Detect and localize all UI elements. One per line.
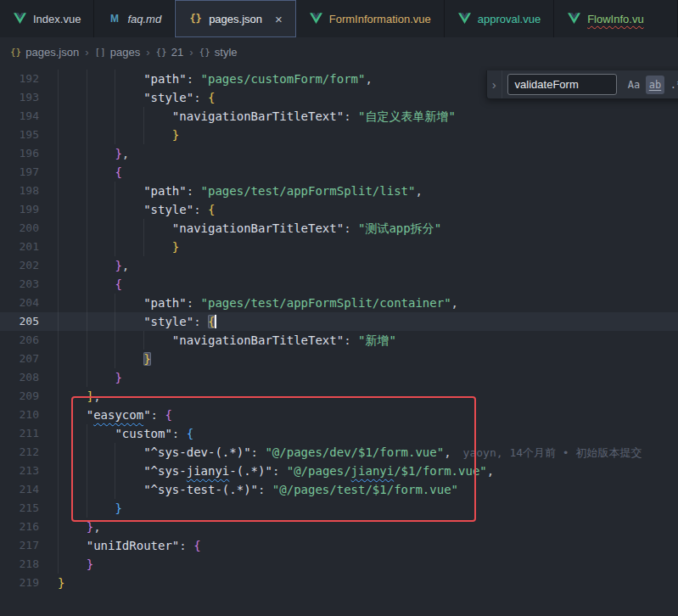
- code-line-213[interactable]: 213"^sys-jianyi-(.*)": "@/pages/jianyi/$…: [0, 462, 678, 480]
- code-line-203[interactable]: 203{: [0, 275, 678, 294]
- code-token: ,: [122, 259, 129, 272]
- code-token: {: [115, 165, 121, 179]
- code-token: :: [344, 221, 358, 235]
- code-token: }: [172, 128, 179, 142]
- code-line-195[interactable]: 195}: [0, 126, 678, 144]
- code-line-196[interactable]: 196},: [0, 144, 678, 163]
- indent-guides: [58, 163, 115, 182]
- line-content: "navigationBarTitleText": "测试app拆分": [58, 219, 441, 238]
- line-number: 213: [0, 462, 39, 480]
- code-token: :: [251, 445, 266, 459]
- code-line-210[interactable]: 210"easycom": {: [0, 406, 678, 424]
- symbol-icon: {}: [10, 47, 21, 58]
- indent-guides: [58, 555, 87, 574]
- code-token: -(.*)": [229, 464, 272, 478]
- indent-guides: [58, 518, 87, 536]
- code-token: }: [115, 259, 121, 272]
- code-token: "path": [143, 184, 187, 198]
- indent-guides: [58, 238, 172, 256]
- code-line-207[interactable]: 207}: [0, 350, 678, 368]
- code-line-208[interactable]: 208}: [0, 368, 678, 387]
- code-token: ,: [365, 72, 372, 86]
- code-line-194[interactable]: 194"navigationBarTitleText": "自定义表单新增": [0, 107, 678, 126]
- find-toggle-replace-chevron-icon[interactable]: ›: [487, 70, 502, 98]
- code-line-206[interactable]: 206"navigationBarTitleText": "新增": [0, 331, 678, 350]
- line-content: }: [58, 350, 151, 368]
- code-line-198[interactable]: 198"path": "pages/test/appFormSplit/list…: [0, 182, 678, 200]
- vue-icon: [457, 12, 472, 25]
- tab-label: approval.vue: [478, 13, 541, 25]
- code-line-211[interactable]: 211"custom": {: [0, 424, 678, 443]
- code-token: :: [344, 109, 358, 123]
- line-number: 218: [0, 555, 39, 574]
- indent-guides: [58, 144, 115, 163]
- tab-faq-md[interactable]: Mfaq.md: [94, 0, 175, 37]
- tab-flowinfo-vu[interactable]: FlowInfo.vu: [554, 0, 678, 37]
- code-line-199[interactable]: 199"style": {: [0, 200, 678, 219]
- line-content: "^sys-test-(.*)": "@/pages/test/$1/form.…: [58, 480, 458, 499]
- breadcrumb-label: pages: [110, 46, 140, 59]
- code-token: {: [208, 203, 215, 216]
- indent-guides: [58, 219, 172, 238]
- breadcrumb-item-pages[interactable]: []pages: [94, 46, 140, 59]
- code-line-215[interactable]: 215}: [0, 499, 678, 518]
- tab-pages-json[interactable]: {}pages.json×: [175, 0, 296, 37]
- line-number: 202: [0, 256, 39, 275]
- code-token: "navigationBarTitleText": [172, 333, 344, 347]
- whole-word-button[interactable]: ab: [646, 76, 664, 94]
- code-editor[interactable]: 192"path": "pages/customForm/form",193"s…: [0, 66, 678, 616]
- line-content: }: [58, 555, 93, 574]
- close-tab-icon[interactable]: ×: [275, 13, 283, 25]
- breadcrumb-item-21[interactable]: {}21: [156, 46, 184, 59]
- indent-guides: [58, 424, 115, 443]
- breadcrumb-item-style[interactable]: {}style: [199, 46, 238, 59]
- indent-guides: [58, 443, 143, 462]
- code-token: }: [172, 240, 179, 254]
- indent-guides: [58, 536, 87, 555]
- breadcrumb-item-pages-json[interactable]: {}pages.json: [10, 46, 79, 59]
- code-line-214[interactable]: 214"^sys-test-(.*)": "@/pages/test/$1/fo…: [0, 480, 678, 499]
- code-line-212[interactable]: 212"^sys-dev-(.*)": "@/pages/dev/$1/form…: [0, 443, 678, 462]
- line-number: 217: [0, 536, 39, 555]
- match-case-button[interactable]: Aa: [625, 76, 643, 94]
- code-line-216[interactable]: 216},: [0, 518, 678, 536]
- code-line-219[interactable]: 219}: [0, 574, 678, 592]
- tab-forminformation-vue[interactable]: FormInformation.vue: [296, 0, 445, 37]
- line-content: ],: [58, 387, 101, 406]
- code-token: "pages/customForm/form": [201, 72, 366, 86]
- line-content: "style": {: [58, 88, 215, 107]
- line-content: "easycom": {: [58, 406, 172, 424]
- vue-icon: [13, 12, 27, 25]
- code-token: :: [344, 333, 358, 347]
- code-token: ]: [87, 389, 93, 403]
- code-token: ,: [93, 520, 100, 534]
- find-input[interactable]: validateForm: [507, 74, 617, 95]
- line-content: "uniIdRouter": {: [58, 536, 201, 555]
- code-line-209[interactable]: 209],: [0, 387, 678, 406]
- code-line-201[interactable]: 201}: [0, 238, 678, 256]
- code-token: ,: [487, 464, 494, 478]
- code-token: :: [179, 539, 193, 552]
- line-number: 194: [0, 107, 39, 126]
- line-number: 219: [0, 574, 39, 592]
- code-line-197[interactable]: 197{: [0, 163, 678, 182]
- regex-button[interactable]: .*: [667, 76, 678, 94]
- code-line-217[interactable]: 217"uniIdRouter": {: [0, 536, 678, 555]
- code-line-205[interactable]: 205"style": {: [0, 312, 678, 331]
- code-line-202[interactable]: 202},: [0, 256, 678, 275]
- tab-approval-vue[interactable]: approval.vue: [445, 0, 554, 37]
- code-line-218[interactable]: 218}: [0, 555, 678, 574]
- tab-index-vue[interactable]: Index.vue: [0, 0, 94, 37]
- line-content: }: [58, 368, 122, 387]
- code-token: :: [172, 427, 187, 440]
- tab-label: Index.vue: [33, 13, 81, 25]
- code-line-204[interactable]: 204"path": "pages/test/appFormSplit/cont…: [0, 294, 678, 312]
- code-token: {: [208, 91, 215, 104]
- code-token: /$1/form.vue": [394, 464, 487, 478]
- tab-label: faq.md: [127, 13, 161, 25]
- breadcrumb-separator: ›: [189, 46, 193, 59]
- breadcrumb-label: pages.json: [25, 46, 79, 59]
- code-line-200[interactable]: 200"navigationBarTitleText": "测试app拆分": [0, 219, 678, 238]
- vue-icon: [309, 12, 323, 25]
- code-token: :: [187, 184, 201, 198]
